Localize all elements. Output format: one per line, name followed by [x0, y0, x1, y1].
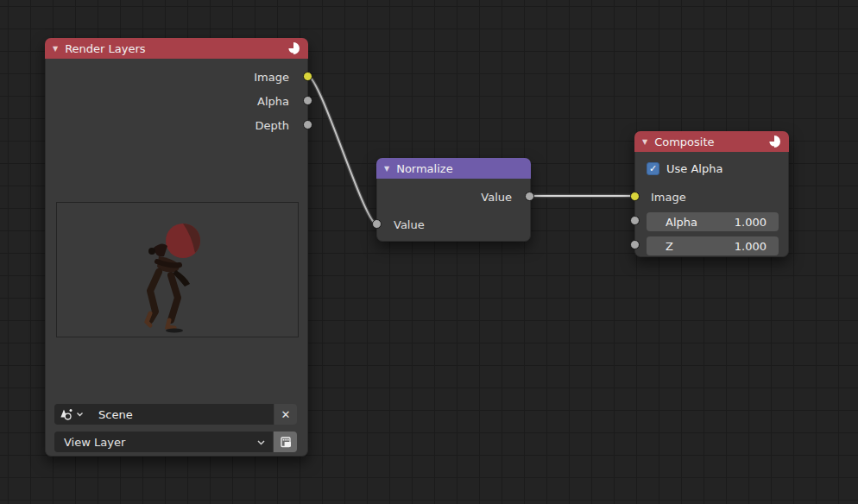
socket-output-image[interactable] — [303, 72, 312, 81]
render-layers-button[interactable] — [274, 432, 297, 452]
node-render-layers[interactable]: ▼ Render Layers Image Alpha Depth — [45, 38, 308, 457]
socket-output-value[interactable] — [525, 192, 534, 201]
alpha-slider-value: 1.000 — [735, 216, 767, 229]
collapse-triangle-icon[interactable]: ▼ — [53, 46, 58, 53]
output-row-image: Image — [46, 65, 307, 89]
node-title: Render Layers — [65, 42, 145, 55]
collapse-triangle-icon[interactable]: ▼ — [642, 139, 647, 146]
socket-input-alpha[interactable] — [630, 216, 640, 225]
output-row-value: Value — [377, 185, 530, 209]
normalize-header[interactable]: ▼ Normalize — [376, 158, 531, 179]
node-normalize[interactable]: ▼ Normalize Value Value — [376, 158, 531, 242]
input-label-image: Image — [651, 191, 686, 204]
material-sphere-icon[interactable] — [287, 41, 300, 55]
scene-id-button[interactable] — [54, 404, 89, 425]
z-value-slider[interactable]: Z 1.000 — [647, 236, 779, 255]
output-label-image: Image — [254, 71, 289, 84]
close-icon: ✕ — [281, 408, 291, 421]
alpha-slider-label: Alpha — [666, 216, 697, 229]
scene-name-field[interactable]: Scene — [89, 404, 274, 425]
view-layer-value: View Layer — [64, 436, 125, 449]
input-label-value: Value — [394, 218, 425, 231]
input-row-image: Image — [635, 185, 788, 209]
input-row-value: Value — [377, 212, 530, 236]
node-composite[interactable]: ▼ Composite ✓ Use Alpha Image Alpha 1.00… — [634, 131, 789, 257]
scene-icon — [60, 408, 74, 421]
scene-selector: Scene ✕ — [54, 404, 297, 425]
alpha-value-slider[interactable]: Alpha 1.000 — [647, 212, 779, 231]
use-alpha-checkbox[interactable]: ✓ — [647, 162, 659, 175]
socket-input-value[interactable] — [372, 219, 382, 229]
render-layers-header[interactable]: ▼ Render Layers — [45, 38, 308, 59]
material-sphere-icon[interactable] — [767, 135, 781, 148]
z-slider-value: 1.000 — [735, 240, 767, 253]
output-row-depth: Depth — [46, 113, 307, 137]
chevron-down-icon — [76, 411, 84, 418]
node-title: Composite — [654, 135, 714, 148]
link-image-to-normalize[interactable] — [308, 76, 375, 224]
collapse-triangle-icon[interactable]: ▼ — [384, 166, 389, 173]
chevron-down-icon — [256, 438, 266, 446]
output-row-alpha: Alpha — [46, 89, 307, 113]
output-label-alpha: Alpha — [257, 95, 289, 108]
render-result-icon — [279, 435, 293, 449]
scene-clear-button[interactable]: ✕ — [274, 404, 297, 425]
socket-output-alpha[interactable] — [303, 96, 312, 105]
z-slider-label: Z — [666, 240, 673, 253]
check-icon: ✓ — [649, 164, 657, 173]
output-label-depth: Depth — [255, 119, 289, 132]
render-preview-image — [56, 202, 299, 337]
output-label-value: Value — [481, 191, 512, 204]
composite-header[interactable]: ▼ Composite — [634, 131, 789, 152]
node-editor-canvas[interactable]: ▼ Render Layers Image Alpha Depth — [0, 0, 858, 504]
view-layer-selector: View Layer — [54, 432, 297, 452]
use-alpha-row: ✓ Use Alpha — [647, 162, 722, 175]
view-layer-dropdown[interactable]: View Layer — [54, 432, 273, 452]
node-title: Normalize — [396, 162, 452, 175]
socket-input-image[interactable] — [630, 192, 640, 201]
socket-output-depth[interactable] — [303, 120, 312, 129]
use-alpha-label: Use Alpha — [666, 162, 722, 175]
socket-input-z[interactable] — [630, 240, 640, 249]
